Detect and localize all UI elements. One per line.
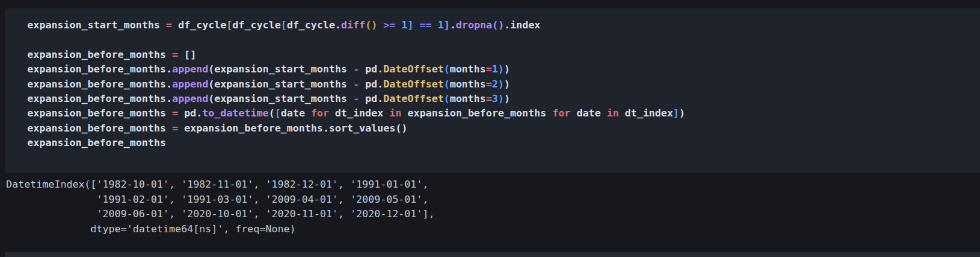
- code-token-bblue: [: [275, 107, 281, 119]
- code-token-def: expansion_start_months: [214, 93, 353, 104]
- code-token-def: ): [504, 93, 510, 104]
- code-token-red: for: [311, 107, 329, 119]
- code-token-def: expansion_before_months: [27, 49, 172, 60]
- output-line: '1991-02-01', '1991-03-01', '2009-04-01'…: [6, 192, 980, 208]
- code-token-fn: to_datetime: [202, 107, 269, 119]
- code-token-bgold: (): [366, 19, 378, 31]
- code-token-def: [396, 19, 402, 31]
- code-token-def: [431, 19, 437, 31]
- code-token-bblue: (: [443, 63, 450, 75]
- code-token-bblue: [: [281, 19, 287, 31]
- code-cell[interactable]: expansion_start_months = df_cycle[df_cyc…: [5, 8, 980, 173]
- code-token-bblue: ): [498, 93, 504, 104]
- output-line: dtype='datetime64[ns]', freq=None): [6, 222, 980, 237]
- code-token-def: expansion_before_months: [401, 107, 552, 119]
- output-line: DatetimeIndex(['1982-10-01', '1982-11-01…: [6, 177, 980, 192]
- notebook-canvas: expansion_start_months = df_cycle[df_cyc…: [0, 0, 980, 257]
- code-line: [27, 33, 968, 47]
- code-line: expansion_before_months.append(expansion…: [27, 62, 968, 77]
- code-token-red: =: [486, 78, 492, 90]
- code-token-def: (: [208, 63, 214, 75]
- code-token-red: in: [607, 107, 619, 119]
- code-token-fn: dropna: [456, 19, 492, 31]
- code-token-def: pd.: [359, 93, 384, 104]
- code-token-op: ==: [420, 19, 432, 31]
- code-token-def: expansion_start_months: [214, 63, 353, 75]
- code-token-def: expansion_before_months.: [27, 63, 172, 75]
- code-token-def: expansion_before_months: [27, 107, 172, 119]
- code-token-bblue: ): [498, 63, 504, 75]
- code-token-red: in: [390, 107, 402, 119]
- code-token-bblue: (: [443, 78, 450, 90]
- code-token-def: dt_index: [619, 107, 673, 119]
- code-line: expansion_before_months.append(expansion…: [27, 77, 968, 92]
- code-token-def: months: [450, 78, 486, 90]
- code-token-op: >=: [384, 19, 396, 31]
- code-token-num: 1: [437, 19, 443, 31]
- code-token-def: months: [450, 63, 486, 75]
- code-token-def: df_cycle: [172, 19, 227, 31]
- code-token-def: dt_index: [329, 107, 390, 119]
- code-token-op: -: [353, 78, 359, 90]
- code-token-def: date: [570, 107, 607, 119]
- code-editor[interactable]: expansion_start_months = df_cycle[df_cyc…: [27, 18, 968, 151]
- code-token-def: expansion_start_months: [27, 19, 166, 31]
- code-token-fn: diff: [341, 19, 366, 31]
- code-token-def: []: [178, 49, 196, 60]
- code-token-def: months: [450, 93, 486, 104]
- code-line: expansion_start_months = df_cycle[df_cyc…: [27, 18, 968, 33]
- code-token-op: -: [353, 93, 359, 104]
- code-token-num: 1: [492, 63, 498, 75]
- cell-output: DatetimeIndex(['1982-10-01', '1982-11-01…: [0, 173, 980, 252]
- code-token-num: 1: [402, 19, 408, 31]
- code-token-num: 2: [492, 78, 498, 90]
- code-token-def: df_cycle.: [287, 19, 341, 31]
- code-token-fn: append: [172, 63, 208, 75]
- code-token-def: date: [281, 107, 311, 119]
- code-token-def: pd.: [359, 63, 384, 75]
- code-token-def: expansion_before_months: [27, 137, 166, 148]
- code-token-def: (: [208, 93, 214, 104]
- code-token-cls: DateOffset: [383, 63, 443, 75]
- code-token-def: (: [208, 78, 214, 90]
- code-token-red: =: [172, 122, 178, 134]
- code-line: expansion_before_months = []: [27, 48, 968, 62]
- code-token-bblue: ): [498, 78, 504, 90]
- code-token-blav: ]: [443, 19, 450, 31]
- code-token-def: [378, 19, 384, 31]
- code-token-fn: append: [172, 93, 208, 104]
- code-token-def: pd.: [178, 107, 202, 119]
- code-token-def: [414, 19, 420, 31]
- code-token-red: =: [166, 19, 172, 31]
- code-token-bblue: (: [443, 93, 450, 104]
- code-line: expansion_before_months: [27, 136, 968, 150]
- code-token-red: for: [552, 107, 570, 119]
- code-token-def: .: [450, 19, 456, 31]
- code-token-def: ): [679, 107, 685, 119]
- code-token-def: expansion_before_months.: [27, 93, 172, 104]
- code-token-bblue: ]: [408, 19, 414, 31]
- code-token-bblue: ]: [673, 107, 679, 119]
- code-token-op: -: [353, 63, 359, 75]
- code-token-cls: DateOffset: [383, 93, 443, 104]
- code-line: expansion_before_months = expansion_befo…: [27, 121, 968, 136]
- code-token-bgold: [: [227, 19, 233, 31]
- code-token-fn: append: [172, 78, 208, 90]
- code-token-red: =: [486, 93, 492, 104]
- code-token-def: expansion_start_months: [214, 78, 353, 90]
- code-token-def: ): [504, 63, 510, 75]
- code-token-def: expansion_before_months: [27, 122, 172, 134]
- code-token-def: expansion_before_months.sort_values(): [178, 122, 408, 134]
- code-token-def: df_cycle: [233, 19, 281, 31]
- code-token-red: =: [486, 63, 492, 75]
- code-token-cls: DateOffset: [383, 78, 443, 90]
- code-token-red: =: [172, 107, 178, 119]
- code-token-blav: (): [492, 19, 504, 31]
- code-token-def: expansion_before_months.: [27, 78, 172, 90]
- code-line: expansion_before_months = pd.to_datetime…: [27, 106, 968, 121]
- code-token-def: pd.: [359, 78, 384, 90]
- code-token-def: (: [269, 107, 275, 119]
- code-line: expansion_before_months.append(expansion…: [27, 92, 968, 106]
- code-token-red: =: [172, 49, 178, 60]
- next-cell-top-edge: [5, 252, 980, 257]
